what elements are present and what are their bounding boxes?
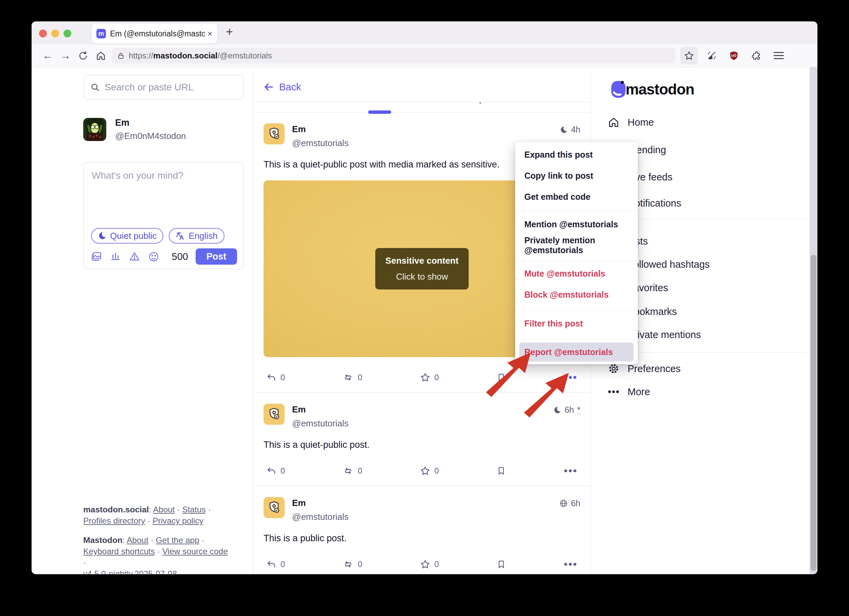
new-tab-button[interactable]: + [226,25,233,39]
zoom-window-button[interactable] [64,30,71,37]
footer-link[interactable]: Profiles directory [83,516,145,525]
post-author[interactable]: Em @emstutorials [292,497,349,522]
brand-wordmark: mastodon [626,81,694,98]
add-poll-button[interactable] [110,251,121,262]
menu-item-private-mention[interactable]: Privately mention @emstutorials [515,235,638,256]
profile-tabs-clipped[interactable]: Featured Posts Posts and replies Media [253,102,591,112]
sidebar-item-more[interactable]: ••• More [608,382,650,401]
back-arrow-icon [264,82,274,92]
profile-display-name: Em [115,118,186,128]
boost-button[interactable]: 0 [343,372,362,383]
favorite-button[interactable]: 0 [420,559,439,570]
menu-item-embed[interactable]: Get embed code [515,186,638,207]
tab-posts-replies[interactable]: Posts and replies [422,102,506,112]
bookmark-icon [496,559,506,569]
sensitive-overlay[interactable]: Sensitive content Click to show [375,248,469,289]
sidebar-item-home[interactable]: Home [608,113,654,132]
menu-item-filter[interactable]: Filter this post [515,313,638,334]
tab-media[interactable]: Media [506,102,591,112]
language-button[interactable]: English [169,228,224,244]
footer-link[interactable]: Status [182,505,206,514]
post-action-bar: 0 0 0 [264,462,580,480]
visibility-button[interactable]: Quiet public [91,228,163,244]
reply-icon [266,559,276,570]
post-public[interactable]: Em @emstutorials 6h This is a public pos… [253,486,591,574]
menu-item-copy-link[interactable]: Copy link to post [515,165,638,186]
avatar[interactable] [264,497,284,518]
browser-tab[interactable]: m Em (@emstutorials@mastodon.s × [92,24,217,43]
compose-box[interactable]: What's on your mind? Quiet public Englis… [83,163,243,269]
post-author[interactable]: Em @emstutorials [292,404,349,429]
star-icon [420,372,430,383]
avatar[interactable] [264,404,284,425]
home-button[interactable] [92,51,110,61]
post-action-bar: 0 0 0 [264,555,580,573]
bookmark-page-button[interactable] [680,47,698,64]
footer-link[interactable]: View source code [162,547,228,556]
favorite-button[interactable]: 0 [420,372,439,383]
post-text: This is a quiet-public post. [264,439,580,450]
warning-icon [129,251,140,262]
post-more-button[interactable]: ••• [564,465,578,477]
annotation-arrow-more [517,366,578,426]
search-input[interactable]: Search or paste URL [84,75,243,100]
clear-cache-extension-button[interactable] [703,47,720,64]
current-user-profile[interactable]: Em @Em0nM4stodon [83,118,186,141]
post-more-button[interactable]: ••• [564,559,578,570]
menu-button[interactable] [770,47,788,64]
footer-link[interactable]: Privacy policy [152,516,203,525]
scrollbar-thumb[interactable] [810,255,816,571]
post-timestamp[interactable]: 4h [560,123,580,134]
reply-button[interactable]: 0 [266,372,285,383]
boost-button[interactable]: 0 [343,559,362,570]
post-button[interactable]: Post [196,248,237,265]
favorite-button[interactable]: 0 [420,466,439,476]
profile-meta: Em @Em0nM4stodon [115,118,186,141]
reload-button[interactable] [74,51,92,61]
compose-options: Quiet public English [91,228,225,244]
footer-link[interactable]: Get the app [156,535,200,544]
avatar[interactable] [264,123,284,145]
active-tab-indicator [368,110,391,114]
poll-icon [110,251,121,262]
extensions-button[interactable] [748,47,765,64]
close-window-button[interactable] [39,30,47,37]
post-author[interactable]: Em @emstutorials [292,123,349,149]
author-name: Em [292,404,349,415]
bookmark-button[interactable] [496,559,506,569]
menu-divider [515,339,638,340]
back-button[interactable]: ← [39,49,57,62]
boost-button[interactable]: 0 [343,465,362,476]
forward-button[interactable]: → [57,49,74,62]
back-header[interactable]: Back [253,72,591,102]
minimize-window-button[interactable] [51,30,59,37]
footer-link[interactable]: About [127,535,148,544]
star-icon [420,559,430,570]
attach-media-button[interactable] [91,251,102,262]
boost-icon [343,559,353,570]
screenshot-stage: m Em (@emstutorials@mastodon.s × + ← → [0,0,849,616]
footer-link[interactable]: About [153,505,175,514]
media-icon [91,251,102,262]
tab-featured[interactable]: Featured [253,102,338,112]
tab-close-icon[interactable]: × [207,28,213,39]
reply-button[interactable]: 0 [266,466,285,476]
menu-item-mention[interactable]: Mention @emstutorials [515,214,638,235]
menu-item-block[interactable]: Block @emstutorials [515,284,638,305]
mastodon-logo[interactable]: mastodon [608,79,694,100]
compose-placeholder: What's on your mind? [92,170,183,181]
menu-item-mute[interactable]: Mute @emstutorials [515,263,638,284]
page-scrollbar[interactable] [810,67,818,574]
macos-traffic-lights[interactable] [39,30,71,37]
compose-actions: 500 Post [91,248,237,265]
sensitive-subtitle: Click to show [386,271,459,282]
menu-item-expand[interactable]: Expand this post [515,144,638,165]
footer-link[interactable]: Keyboard shortcuts [83,547,155,556]
url-bar[interactable]: https://mastodon.social/@emstutorials [112,48,675,64]
ublock-origin-button[interactable]: uO [725,47,743,64]
reply-button[interactable]: 0 [266,559,285,570]
emoji-button[interactable] [148,251,159,262]
post-timestamp[interactable]: 6h [559,497,580,508]
content-warning-button[interactable] [129,251,140,262]
bookmark-button[interactable] [496,466,506,476]
